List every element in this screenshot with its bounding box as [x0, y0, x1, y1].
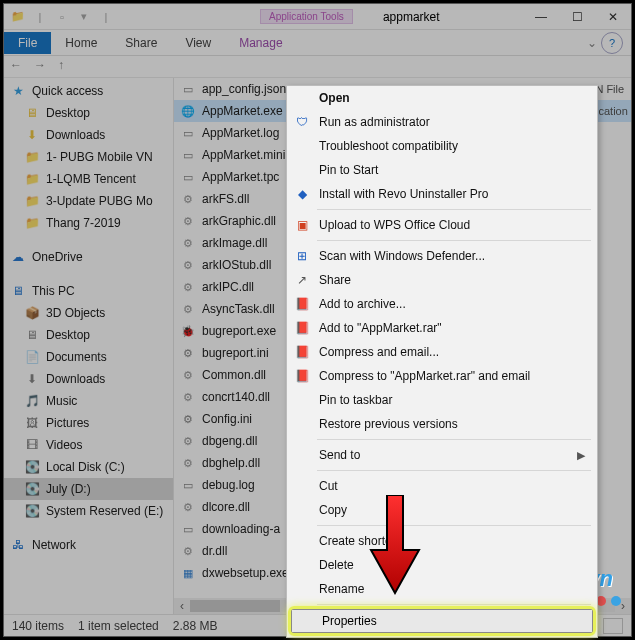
drive-icon: 🎞: [24, 437, 40, 453]
file-icon: 🌐: [180, 103, 196, 119]
tree-label: Pictures: [46, 416, 89, 430]
home-tab[interactable]: Home: [51, 32, 111, 54]
drive-icon: 🖥: [24, 327, 40, 343]
ctx-pin-taskbar[interactable]: Pin to taskbar: [287, 388, 597, 412]
tree-item[interactable]: 💽July (D:): [4, 478, 173, 500]
onedrive-node[interactable]: ☁ OneDrive: [4, 246, 173, 268]
back-button[interactable]: ←: [10, 58, 28, 76]
ctx-add-archive[interactable]: 📕Add to archive...: [287, 292, 597, 316]
manage-tab[interactable]: Manage: [225, 32, 296, 54]
pc-icon: 🖥: [10, 283, 26, 299]
ribbon-tabs: File Home Share View Manage ⌄ ?: [4, 30, 631, 56]
file-icon: ▦: [180, 565, 196, 581]
tree-label: Thang 7-2019: [46, 216, 121, 230]
network-icon: 🖧: [10, 537, 26, 553]
tree-item[interactable]: 🎞Videos: [4, 434, 173, 456]
share-icon: ↗: [293, 271, 311, 289]
ctx-share[interactable]: ↗Share: [287, 268, 597, 292]
ribbon-expand-icon[interactable]: ⌄: [587, 36, 597, 50]
ctx-restore-versions[interactable]: Restore previous versions: [287, 412, 597, 436]
archive-icon: 📕: [293, 319, 311, 337]
tree-label: Documents: [46, 350, 107, 364]
file-tab[interactable]: File: [4, 32, 51, 54]
ctx-defender[interactable]: ⊞Scan with Windows Defender...: [287, 244, 597, 268]
tree-item[interactable]: 🖥Desktop: [4, 102, 173, 124]
view-icons-button[interactable]: [603, 618, 623, 634]
tree-label: Downloads: [46, 372, 105, 386]
archive-icon: 📕: [293, 367, 311, 385]
tree-label: Desktop: [46, 106, 90, 120]
file-icon: ⚙: [180, 455, 196, 471]
quick-access-node[interactable]: ★ Quick access: [4, 80, 173, 102]
scroll-left-icon[interactable]: ‹: [174, 598, 190, 614]
tree-item[interactable]: 📄Documents: [4, 346, 173, 368]
ctx-compress-rar-email[interactable]: 📕Compress to "AppMarket.rar" and email: [287, 364, 597, 388]
this-pc-node[interactable]: 🖥 This PC: [4, 280, 173, 302]
maximize-button[interactable]: ☐: [559, 4, 595, 30]
contextual-tools-label: Application Tools: [260, 9, 353, 24]
tree-label: 3D Objects: [46, 306, 105, 320]
drive-icon: 💽: [24, 481, 40, 497]
ctx-copy[interactable]: Copy: [287, 498, 597, 522]
status-selection: 1 item selected: [78, 619, 159, 633]
status-item-count: 140 items: [12, 619, 64, 633]
network-node[interactable]: 🖧 Network: [4, 534, 173, 556]
tree-label: This PC: [32, 284, 75, 298]
ctx-send-to[interactable]: Send to▶: [287, 443, 597, 467]
tree-item[interactable]: 💽Local Disk (C:): [4, 456, 173, 478]
forward-button[interactable]: →: [34, 58, 52, 76]
folder-icon: 📁: [24, 215, 40, 231]
view-tab[interactable]: View: [171, 32, 225, 54]
tree-item[interactable]: 📁1-LQMB Tencent: [4, 168, 173, 190]
file-icon: ⚙: [180, 389, 196, 405]
drive-icon: 🖼: [24, 415, 40, 431]
ctx-cut[interactable]: Cut: [287, 474, 597, 498]
ctx-compress-email[interactable]: 📕Compress and email...: [287, 340, 597, 364]
tree-item[interactable]: 📁Thang 7-2019: [4, 212, 173, 234]
ctx-properties[interactable]: Properties: [291, 609, 593, 633]
close-button[interactable]: ✕: [595, 4, 631, 30]
file-icon: ▭: [180, 125, 196, 141]
ctx-add-rar[interactable]: 📕Add to "AppMarket.rar": [287, 316, 597, 340]
ctx-run-admin[interactable]: 🛡Run as administrator: [287, 110, 597, 134]
tree-item[interactable]: 📦3D Objects: [4, 302, 173, 324]
tree-item[interactable]: ⬇Downloads: [4, 368, 173, 390]
tree-item[interactable]: 🖼Pictures: [4, 412, 173, 434]
shield-icon: 🛡: [293, 113, 311, 131]
tree-item[interactable]: 🖥Desktop: [4, 324, 173, 346]
status-size: 2.88 MB: [173, 619, 218, 633]
ctx-open[interactable]: Open: [287, 86, 597, 110]
qat-button[interactable]: ▾: [74, 7, 94, 27]
up-button[interactable]: ↑: [58, 58, 76, 76]
tree-label: Desktop: [46, 328, 90, 342]
ctx-troubleshoot[interactable]: Troubleshoot compatibility: [287, 134, 597, 158]
ctx-properties-label: Properties: [322, 614, 377, 628]
scroll-right-icon[interactable]: ›: [615, 598, 631, 614]
help-button[interactable]: ?: [601, 32, 623, 54]
file-icon: ▭: [180, 169, 196, 185]
drive-icon: 📦: [24, 305, 40, 321]
ctx-revo[interactable]: ◆Install with Revo Uninstaller Pro: [287, 182, 597, 206]
tree-label: 1-LQMB Tencent: [46, 172, 136, 186]
file-icon: ▭: [180, 521, 196, 537]
tree-item[interactable]: 💽System Reserved (E:): [4, 500, 173, 522]
context-menu: Open 🛡Run as administrator Troubleshoot …: [286, 85, 598, 638]
share-tab[interactable]: Share: [111, 32, 171, 54]
tree-label: Downloads: [46, 128, 105, 142]
tree-item[interactable]: ⬇Downloads: [4, 124, 173, 146]
ctx-wps-upload[interactable]: ▣Upload to WPS Office Cloud: [287, 213, 597, 237]
navigation-pane[interactable]: ★ Quick access 🖥Desktop⬇Downloads📁1- PUB…: [4, 78, 174, 614]
file-icon: ⚙: [180, 279, 196, 295]
tree-item[interactable]: 📁1- PUBG Mobile VN: [4, 146, 173, 168]
tree-item[interactable]: 📁3-Update PUBG Mo: [4, 190, 173, 212]
file-icon: 🐞: [180, 323, 196, 339]
ctx-create-shortcut[interactable]: Create shortcut: [287, 529, 597, 553]
ctx-rename[interactable]: Rename: [287, 577, 597, 601]
qat-button[interactable]: ▫: [52, 7, 72, 27]
ctx-pin-start[interactable]: Pin to Start: [287, 158, 597, 182]
scroll-thumb[interactable]: [190, 600, 280, 612]
minimize-button[interactable]: —: [523, 4, 559, 30]
ctx-delete[interactable]: Delete: [287, 553, 597, 577]
tree-item[interactable]: 🎵Music: [4, 390, 173, 412]
file-icon: ⚙: [180, 499, 196, 515]
